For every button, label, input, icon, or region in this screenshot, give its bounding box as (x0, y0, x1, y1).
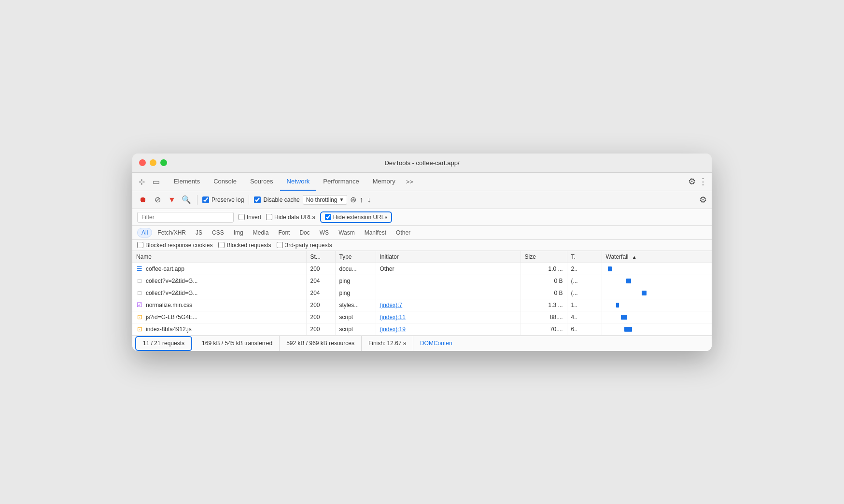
disable-cache-checkbox[interactable] (254, 196, 261, 203)
preserve-log-label[interactable]: Preserve log (202, 196, 244, 203)
col-header-name[interactable]: Name (132, 251, 306, 263)
filter-icon[interactable]: ▼ (166, 194, 178, 206)
waterfall-bar (608, 266, 612, 271)
name-cell[interactable]: ☑ normalize.min.css (132, 299, 306, 311)
initiator-link[interactable]: (index):7 (380, 302, 403, 308)
name-cell[interactable]: ☰ coffee-cart.app (132, 263, 306, 275)
minimize-button[interactable] (150, 159, 156, 166)
disable-cache-label[interactable]: Disable cache (254, 196, 299, 203)
blocked-cookies-checkbox[interactable] (137, 242, 143, 248)
col-header-type[interactable]: Type (335, 251, 376, 263)
table-row[interactable]: ⊡ js?id=G-LB75G4E... 200 script (index):… (132, 311, 712, 323)
name-cell[interactable]: □ collect?v=2&tid=G... (132, 287, 306, 299)
waterfall-cell (602, 323, 712, 335)
throttle-arrow-icon: ▼ (339, 197, 344, 202)
row-type-icon: ⊡ (136, 326, 143, 333)
initiator-cell[interactable]: Other (376, 263, 520, 275)
table-row[interactable]: □ collect?v=2&tid=G... 204 ping 0 B (... (132, 275, 712, 287)
blocked-cookies-label[interactable]: Blocked response cookies (137, 242, 212, 249)
type-cell: ping (335, 275, 376, 287)
search-button[interactable]: 🔍 (181, 194, 192, 206)
waterfall-bar-container (606, 279, 708, 283)
settings-icon[interactable]: ⚙ (688, 176, 696, 187)
type-filter-manifest[interactable]: Manifest (360, 228, 391, 238)
tab-performance[interactable]: Performance (316, 172, 366, 191)
type-filter-doc[interactable]: Doc (295, 228, 314, 238)
name-cell[interactable]: □ collect?v=2&tid=G... (132, 275, 306, 287)
more-options-icon[interactable]: ⋮ (699, 176, 708, 187)
stop-recording-button[interactable]: ⏺ (137, 194, 149, 206)
type-filter-css[interactable]: CSS (208, 228, 228, 238)
third-party-label[interactable]: 3rd-party requests (277, 242, 332, 249)
initiator-link[interactable]: (index):19 (380, 326, 406, 333)
tab-console[interactable]: Console (207, 172, 243, 191)
size-cell: 0 B (520, 275, 567, 287)
import-icon[interactable]: ↑ (359, 196, 363, 204)
col-header-waterfall[interactable]: Waterfall ▲ (602, 251, 712, 263)
initiator-cell[interactable]: (index):7 (376, 299, 520, 311)
device-icon[interactable]: ▭ (151, 176, 161, 187)
col-header-size[interactable]: Size (520, 251, 567, 263)
type-cell: ping (335, 287, 376, 299)
name-cell[interactable]: ⊡ js?id=G-LB75G4E... (132, 311, 306, 323)
invert-label[interactable]: Invert (239, 214, 261, 221)
hide-ext-checkbox[interactable] (325, 214, 331, 220)
tab-sources[interactable]: Sources (243, 172, 280, 191)
type-filter-img[interactable]: Img (229, 228, 248, 238)
type-filter-fetch-xhr[interactable]: Fetch/XHR (153, 228, 190, 238)
waterfall-cell (602, 311, 712, 323)
third-party-checkbox[interactable] (277, 242, 283, 248)
time-cell: (... (567, 275, 602, 287)
table-row[interactable]: ☰ coffee-cart.app 200 docu... Other 1.0 … (132, 263, 712, 275)
col-header-status[interactable]: St... (306, 251, 335, 263)
hide-data-label[interactable]: Hide data URLs (266, 214, 315, 221)
waterfall-bar-container (606, 266, 708, 271)
resources-size: 592 kB / 969 kB resources (280, 336, 362, 351)
invert-checkbox[interactable] (239, 214, 245, 220)
col-header-initiator[interactable]: Initiator (376, 251, 520, 263)
close-button[interactable] (139, 159, 146, 166)
maximize-button[interactable] (160, 159, 167, 166)
tab-network[interactable]: Network (280, 172, 317, 191)
tab-more-button[interactable]: >> (402, 178, 417, 185)
cursor-icon[interactable]: ⊹ (136, 176, 147, 187)
network-settings-icon[interactable]: ⚙ (699, 195, 707, 205)
network-toolbar: ⏺ ⊘ ▼ 🔍 Preserve log Disable cache No th… (132, 191, 712, 209)
waterfall-cell (602, 263, 712, 275)
tab-elements[interactable]: Elements (167, 172, 207, 191)
initiator-link[interactable]: (index):11 (380, 314, 406, 321)
type-filter-other[interactable]: Other (392, 228, 415, 238)
table-row[interactable]: □ collect?v=2&tid=G... 204 ping 0 B (... (132, 287, 712, 299)
table-row[interactable]: ☑ normalize.min.css 200 styles... (index… (132, 299, 712, 311)
initiator-text: Other (380, 266, 394, 272)
hide-data-checkbox[interactable] (266, 214, 272, 220)
preserve-log-checkbox[interactable] (202, 196, 209, 203)
type-filter-js[interactable]: JS (191, 228, 207, 238)
col-header-time[interactable]: T. (567, 251, 602, 263)
table-row[interactable]: ⊡ index-8bfa4912.js 200 script (index):1… (132, 323, 712, 335)
initiator-cell[interactable] (376, 287, 520, 299)
blocked-requests-checkbox[interactable] (218, 242, 225, 248)
tab-icon-group: ⊹ ▭ (136, 176, 161, 187)
filter-input[interactable] (137, 212, 234, 223)
clear-button[interactable]: ⊘ (152, 194, 163, 206)
initiator-cell[interactable]: (index):19 (376, 323, 520, 335)
initiator-cell[interactable]: (index):11 (376, 311, 520, 323)
name-cell[interactable]: ⊡ index-8bfa4912.js (132, 323, 306, 335)
network-conditions-icon[interactable]: ⊛ (350, 195, 356, 204)
type-filter-font[interactable]: Font (274, 228, 294, 238)
waterfall-bar (616, 303, 619, 308)
type-filter-wasm[interactable]: Wasm (334, 228, 359, 238)
type-filter-media[interactable]: Media (249, 228, 273, 238)
type-filter-all[interactable]: All (137, 228, 152, 238)
type-filter-ws[interactable]: WS (315, 228, 333, 238)
blocked-requests-label[interactable]: Blocked requests (218, 242, 271, 249)
type-cell: styles... (335, 299, 376, 311)
hide-ext-label[interactable]: Hide extension URLs (325, 214, 388, 221)
export-icon[interactable]: ↓ (367, 196, 371, 204)
throttle-select[interactable]: No throttling ▼ (303, 195, 348, 205)
size-cell: 1.3 ... (520, 299, 567, 311)
network-table-wrapper[interactable]: Name St... Type Initiator Size T. Waterf… (132, 251, 712, 336)
tab-memory[interactable]: Memory (366, 172, 402, 191)
initiator-cell[interactable] (376, 275, 520, 287)
